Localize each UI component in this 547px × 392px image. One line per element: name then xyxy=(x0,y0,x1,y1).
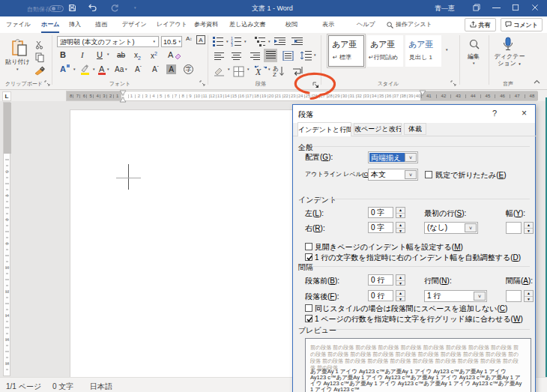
svg-text:14: 14 xyxy=(5,313,10,318)
svg-text:12: 12 xyxy=(5,289,10,294)
svg-text:Z: Z xyxy=(273,71,276,77)
svg-text:18: 18 xyxy=(5,361,10,366)
svg-text:X: X xyxy=(255,67,262,77)
svg-text:2: 2 xyxy=(6,169,8,174)
svg-text:8: 8 xyxy=(6,241,8,246)
svg-text:10: 10 xyxy=(5,265,10,270)
svg-text:4: 4 xyxy=(6,193,8,198)
svg-text:16: 16 xyxy=(5,337,10,342)
svg-text:3: 3 xyxy=(231,43,233,46)
svg-text:6: 6 xyxy=(6,217,8,222)
